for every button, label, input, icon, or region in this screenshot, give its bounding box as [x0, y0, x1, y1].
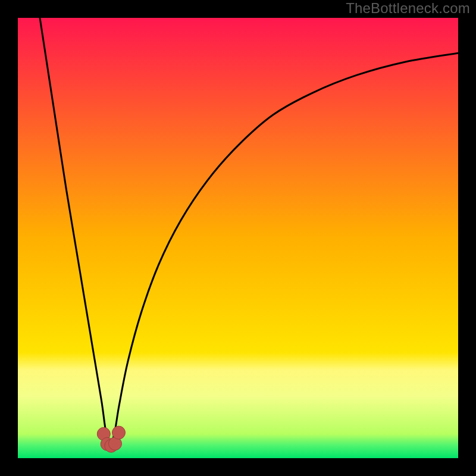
gradient-background — [18, 18, 458, 458]
chart-frame: TheBottleneck.com — [0, 0, 476, 476]
watermark-text: TheBottleneck.com — [346, 0, 470, 17]
bottleneck-chart — [18, 18, 458, 458]
optimum-marker — [112, 426, 126, 439]
